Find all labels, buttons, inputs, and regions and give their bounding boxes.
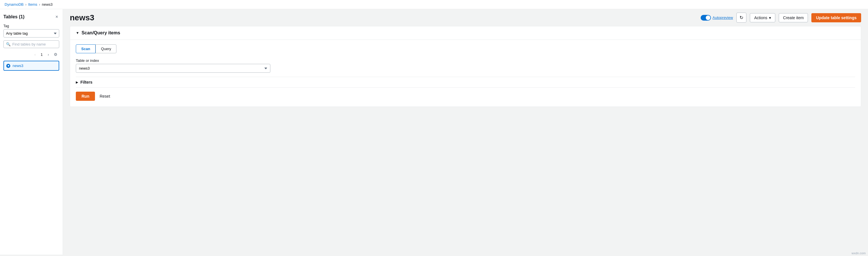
main-layout: Tables (1) × Tag Any table tag 🔍 ‹ 1 › ⚙… (0, 9, 868, 255)
breadcrumb: DynamoDB › Items › news3 (0, 0, 868, 9)
tag-select[interactable]: Any table tag (3, 29, 59, 37)
update-table-settings-button[interactable]: Update table settings (811, 13, 861, 22)
table-item-name: news3 (12, 63, 24, 68)
filters-chevron-icon: ▶ (76, 81, 78, 84)
page-title: news3 (70, 13, 94, 22)
pagination-next-button[interactable]: › (46, 51, 51, 58)
sidebar: Tables (1) × Tag Any table tag 🔍 ‹ 1 › ⚙… (0, 9, 63, 255)
breadcrumb-dynamodb[interactable]: DynamoDB (5, 2, 24, 7)
action-row: Run Reset (76, 87, 855, 101)
sidebar-title: Tables (1) (3, 14, 25, 20)
toggle-knob (706, 16, 710, 20)
content-area: news3 Autopreview ↻ Actions ▾ Create ite… (63, 9, 868, 255)
query-tab[interactable]: Query (96, 45, 117, 53)
scan-query-panel: ▼ Scan/Query items Scan Query Table or i… (70, 26, 861, 107)
pagination-prev-button[interactable]: ‹ (32, 51, 37, 58)
scan-query-tabs: Scan Query (76, 45, 855, 53)
table-or-index-label: Table or index (76, 58, 855, 63)
autopreview-label: Autopreview (713, 16, 733, 20)
tag-label: Tag (3, 24, 59, 28)
pagination-settings-button[interactable]: ⚙ (52, 51, 59, 58)
watermark: wxdn.com (851, 251, 866, 255)
breadcrumb-sep-1: › (25, 3, 26, 7)
autopreview-toggle[interactable]: Autopreview (701, 15, 733, 21)
close-sidebar-button[interactable]: × (54, 14, 59, 20)
breadcrumb-current: news3 (42, 2, 53, 7)
breadcrumb-sep-2: › (39, 3, 40, 7)
search-icon: 🔍 (6, 42, 10, 47)
pagination-current: 1 (39, 52, 44, 57)
refresh-icon: ↻ (740, 15, 743, 20)
filters-row[interactable]: ▶ Filters (76, 77, 855, 87)
actions-chevron-icon: ▾ (769, 16, 771, 20)
create-item-button[interactable]: Create item (779, 13, 808, 22)
table-or-index-row: Table or index news3 (76, 58, 855, 73)
search-input[interactable] (12, 42, 60, 47)
run-button[interactable]: Run (76, 92, 95, 101)
actions-button[interactable]: Actions ▾ (750, 13, 775, 22)
table-or-index-select[interactable]: news3 (76, 64, 270, 73)
search-box: 🔍 (3, 40, 59, 48)
page-header: news3 Autopreview ↻ Actions ▾ Create ite… (63, 9, 868, 26)
reset-button[interactable]: Reset (98, 92, 111, 101)
scan-panel-title: Scan/Query items (82, 30, 120, 35)
scan-panel-body: Scan Query Table or index news3 ▶ Filter… (70, 40, 861, 107)
scan-tab[interactable]: Scan (76, 45, 96, 53)
scan-panel-header[interactable]: ▼ Scan/Query items (70, 26, 861, 40)
filters-label: Filters (81, 80, 92, 84)
pagination-row: ‹ 1 › ⚙ (3, 51, 59, 58)
sidebar-header: Tables (1) × (3, 14, 59, 20)
radio-inner (8, 65, 9, 66)
refresh-button[interactable]: ↻ (736, 12, 746, 23)
actions-label: Actions (754, 16, 767, 20)
toggle-switch[interactable] (701, 15, 711, 21)
table-list-item[interactable]: news3 (3, 61, 59, 71)
header-actions: Autopreview ↻ Actions ▾ Create item Upda… (701, 12, 861, 23)
panel-chevron-icon: ▼ (76, 31, 79, 35)
breadcrumb-items[interactable]: Items (28, 2, 37, 7)
radio-selected-icon (6, 64, 10, 68)
